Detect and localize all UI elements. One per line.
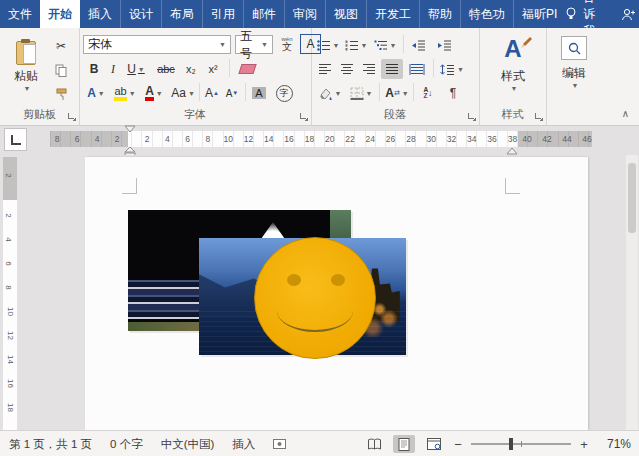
print-layout-button[interactable]: [393, 435, 415, 453]
tab-file[interactable]: 文件: [0, 0, 40, 28]
paragraph-group-label: 段落: [311, 107, 479, 122]
tab-福昕PI[interactable]: 福昕PI: [513, 0, 565, 28]
zoom-slider[interactable]: [471, 443, 571, 445]
language-indicator[interactable]: 中文(中国): [152, 437, 224, 452]
clipboard-dialog-launcher[interactable]: [68, 113, 76, 121]
align-right-button[interactable]: [359, 59, 379, 79]
tab-布局[interactable]: 布局: [161, 0, 202, 28]
paste-button[interactable]: 粘贴 ▼: [6, 34, 46, 98]
align-center-button[interactable]: [337, 59, 357, 79]
shading-button[interactable]: ▼: [315, 83, 343, 103]
increase-indent-button[interactable]: [433, 35, 455, 55]
text-effects-button[interactable]: A▼: [83, 83, 109, 103]
align-left-button[interactable]: [315, 59, 335, 79]
highlight-color-button[interactable]: ab▼: [111, 83, 139, 103]
character-shading-button[interactable]: A: [249, 83, 269, 103]
smiley-face-shape[interactable]: [254, 237, 376, 359]
decrease-indent-button[interactable]: [407, 35, 429, 55]
tab-审阅[interactable]: 审阅: [284, 0, 325, 28]
vertical-ruler[interactable]: 224681012141618: [3, 157, 17, 430]
tab-特色功[interactable]: 特色功: [460, 0, 513, 28]
show-hide-marks-button[interactable]: ¶: [443, 83, 463, 103]
tab-视图[interactable]: 视图: [325, 0, 366, 28]
tab-设计[interactable]: 设计: [120, 0, 161, 28]
cut-button[interactable]: ✂: [50, 36, 72, 56]
format-painter-button[interactable]: [50, 84, 72, 104]
read-mode-icon: [367, 438, 382, 450]
bullets-icon: [317, 40, 331, 51]
distribute-button[interactable]: [405, 59, 429, 79]
zoom-out-button[interactable]: −: [453, 437, 463, 452]
zoom-percentage[interactable]: 71%: [597, 437, 631, 451]
font-name-combo[interactable]: 宋体▼: [83, 35, 231, 54]
paragraph-dialog-launcher[interactable]: [468, 113, 476, 121]
horizontal-ruler[interactable]: 8642246810121416182022242628303234363840…: [50, 131, 592, 147]
ruler-number: 18: [6, 403, 15, 412]
styles-dialog-launcher[interactable]: [535, 113, 543, 121]
phonetic-guide-button[interactable]: wén 文: [276, 34, 298, 54]
numbering-button[interactable]: ▼: [343, 35, 369, 55]
borders-button[interactable]: ▼: [347, 83, 375, 103]
superscript-button[interactable]: x²: [203, 59, 223, 79]
tab-邮件[interactable]: 邮件: [243, 0, 284, 28]
italic-button[interactable]: I: [105, 59, 121, 79]
editing-button[interactable]: 编辑 ▼: [556, 36, 592, 106]
insert-mode-indicator[interactable]: 插入: [223, 437, 264, 452]
ruler-number: 20: [325, 134, 334, 144]
right-indent-marker[interactable]: [506, 147, 518, 155]
line-spacing-button[interactable]: ▼: [437, 59, 467, 79]
styles-button[interactable]: A 样式 ▼: [491, 34, 535, 106]
ruler-number: 14: [6, 355, 15, 364]
numbering-icon: [345, 40, 359, 51]
zoom-slider-thumb[interactable]: [509, 438, 513, 450]
underline-button[interactable]: U▼: [123, 59, 149, 79]
collapse-ribbon-button[interactable]: ∧: [622, 108, 629, 119]
tab-插入[interactable]: 插入: [80, 0, 120, 28]
ruler-number: 46: [582, 134, 591, 144]
ruler-number: 10: [6, 307, 15, 316]
zoom-in-button[interactable]: +: [579, 437, 589, 452]
copy-button[interactable]: [50, 60, 72, 80]
borders-icon: [350, 87, 364, 100]
macro-record-button[interactable]: [264, 439, 295, 449]
font-size-combo[interactable]: 五号▼: [235, 35, 273, 54]
tab-开发工[interactable]: 开发工: [366, 0, 419, 28]
justify-button[interactable]: [381, 59, 403, 79]
grow-font-button[interactable]: A▲: [203, 83, 221, 103]
bold-button[interactable]: B: [85, 59, 103, 79]
styles-a-brush-icon: A: [504, 34, 521, 64]
font-size-value: 五号: [240, 28, 261, 62]
paste-label: 粘贴: [14, 68, 38, 85]
ruler-number: 16: [6, 379, 15, 388]
multilevel-list-button[interactable]: ▼: [371, 35, 399, 55]
vertical-scrollbar[interactable]: [626, 155, 638, 430]
read-mode-button[interactable]: [363, 435, 385, 453]
chinese-layout-button[interactable]: A⇄▼: [383, 83, 411, 103]
web-layout-button[interactable]: [423, 435, 445, 453]
font-name-value: 宋体: [88, 36, 112, 53]
sort-button[interactable]: AZ ↓: [417, 83, 439, 103]
page-indicator[interactable]: 第 1 页，共 1 页: [0, 437, 101, 452]
enclose-characters-button[interactable]: 字: [273, 83, 295, 103]
subscript-button[interactable]: x₂: [181, 59, 201, 79]
tab-帮助[interactable]: 帮助: [419, 0, 460, 28]
tab-引用[interactable]: 引用: [202, 0, 243, 28]
ruler-number: 4: [4, 237, 13, 241]
tab-stop-selector[interactable]: [4, 128, 27, 151]
shrink-font-button[interactable]: A▼: [223, 83, 241, 103]
ribbon-tab-bar: 文件 开始插入设计布局引用邮件审阅视图开发工帮助特色功福昕PI 告诉我 共享: [0, 0, 639, 28]
word-count[interactable]: 0 个字: [101, 437, 152, 452]
share-person-icon[interactable]: [621, 8, 635, 21]
tab-开始[interactable]: 开始: [40, 0, 80, 28]
strikethrough-button[interactable]: abc: [153, 59, 179, 79]
change-case-button[interactable]: Aa▼: [169, 83, 197, 103]
scrollbar-thumb[interactable]: [628, 163, 636, 233]
clear-formatting-button[interactable]: [235, 59, 259, 79]
align-left-icon: [319, 64, 332, 75]
styles-button-label: 样式: [501, 68, 525, 85]
first-line-indent-marker[interactable]: [124, 125, 136, 133]
lightbulb-icon[interactable]: [565, 7, 577, 21]
font-color-button[interactable]: A▼: [141, 83, 167, 103]
multilevel-list-icon: [374, 40, 388, 51]
bullets-button[interactable]: ▼: [315, 35, 341, 55]
